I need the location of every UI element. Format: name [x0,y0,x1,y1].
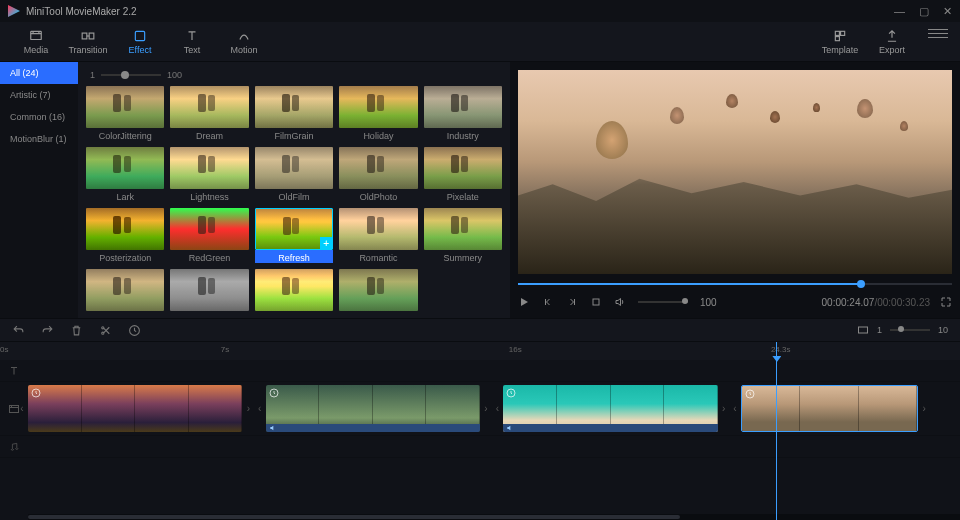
titlebar: MiniTool MovieMaker 2.2 ― ▢ ✕ [0,0,960,22]
effect-oldphoto[interactable]: OldPhoto [339,147,417,202]
maximize-button[interactable]: ▢ [919,5,929,18]
effect-redgreen[interactable]: RedGreen [170,208,248,263]
zoom-min: 1 [877,325,882,335]
svg-point-9 [102,332,104,334]
audio-icon [506,424,514,432]
effect-romantic[interactable]: Romantic [339,208,417,263]
effect-posterization[interactable]: Posterization [86,208,164,263]
speed-indicator-icon [505,387,517,399]
zoom-max: 10 [938,325,948,335]
transition-tab[interactable]: Transition [64,24,112,60]
clip-edge-right[interactable]: › [481,385,491,432]
menu-button[interactable] [928,24,948,44]
preview-video[interactable] [518,70,952,274]
category-artistic[interactable]: Artistic (7) [0,84,78,106]
next-frame-button[interactable] [566,296,578,308]
export-icon [885,29,899,43]
minimize-button[interactable]: ― [894,5,905,18]
play-button[interactable] [518,296,530,308]
clip-edge-right[interactable]: › [243,385,253,432]
category-common[interactable]: Common (16) [0,106,78,128]
speed-indicator-icon [744,388,756,400]
svg-rect-6 [835,36,839,40]
effect-dream[interactable]: Dream [170,86,248,141]
preview-seekbar[interactable] [518,280,952,288]
text-tab[interactable]: Text [168,24,216,60]
add-effect-icon[interactable]: + [320,237,332,249]
thumbnail-size-slider[interactable]: 1 100 [82,68,506,86]
timecode: 00:00:24.07/00:00:30.23 [822,297,930,308]
effect-filmgrain[interactable]: FilmGrain [255,86,333,141]
clip-edge-left[interactable]: ‹ [492,385,502,432]
effect-holiday[interactable]: Holiday [339,86,417,141]
volume-slider[interactable] [638,301,688,303]
audio-icon [269,424,277,432]
delete-button[interactable] [70,324,83,337]
clip-edge-right[interactable]: › [919,385,929,432]
playhead[interactable] [776,342,777,520]
effect-colorjittering[interactable]: ColorJittering [86,86,164,141]
effect-item-17[interactable] [255,269,333,314]
effect-item-16[interactable] [170,269,248,314]
effect-summery[interactable]: Summery [424,208,502,263]
effect-oldfilm[interactable]: OldFilm [255,147,333,202]
effect-icon [133,29,147,43]
svg-rect-5 [841,31,845,35]
volume-icon[interactable] [614,296,626,308]
svg-rect-1 [82,33,87,39]
video-clip-0[interactable] [28,385,242,432]
export-button[interactable]: Export [868,24,916,60]
volume-value: 100 [700,297,717,308]
balloon-decor [596,121,628,159]
speed-indicator-icon [30,387,42,399]
text-track[interactable] [0,360,960,382]
effect-industry[interactable]: Industry [424,86,502,141]
effect-pixelate[interactable]: Pixelate [424,147,502,202]
svg-rect-2 [89,33,94,39]
template-button[interactable]: Template [816,24,864,60]
clip-edge-left[interactable]: ‹ [730,385,740,432]
effect-item-18[interactable] [339,269,417,314]
effect-lark[interactable]: Lark [86,147,164,202]
video-clip-3[interactable] [741,385,918,432]
effect-lightness[interactable]: Lightness [170,147,248,202]
category-motionblur[interactable]: MotionBlur (1) [0,128,78,150]
svg-rect-0 [31,31,42,39]
audio-track[interactable] [0,436,960,458]
timeline-ruler[interactable]: 0s7s16s24.3s30.9s [0,342,960,360]
stop-button[interactable] [590,296,602,308]
effect-item-15[interactable] [86,269,164,314]
undo-button[interactable] [12,324,25,337]
timeline-scrollbar[interactable] [28,514,960,520]
app-logo-icon [8,5,20,17]
fullscreen-button[interactable] [940,296,952,308]
video-clip-2[interactable] [503,385,717,432]
clip-audio-strip [266,424,480,432]
svg-rect-11 [858,327,867,333]
video-clip-1[interactable] [266,385,480,432]
close-button[interactable]: ✕ [943,5,952,18]
edit-toolbar: 1 10 [0,318,960,342]
category-all[interactable]: All (24) [0,62,78,84]
preview-panel: 100 00:00:24.07/00:00:30.23 [510,62,960,318]
clip-edge-left[interactable]: ‹ [255,385,265,432]
prev-frame-button[interactable] [542,296,554,308]
redo-button[interactable] [41,324,54,337]
clip-edge-left[interactable]: ‹ [17,385,27,432]
fit-timeline-icon[interactable] [857,324,869,336]
clip-edge-right[interactable]: › [719,385,729,432]
split-button[interactable] [99,324,112,337]
motion-tab[interactable]: Motion [220,24,268,60]
speed-button[interactable] [128,324,141,337]
svg-rect-3 [135,31,144,40]
effect-refresh[interactable]: +Refresh [255,208,333,263]
media-icon [29,29,43,43]
zoom-slider[interactable] [890,329,930,331]
svg-rect-4 [835,31,839,35]
media-tab[interactable]: Media [12,24,60,60]
video-track[interactable]: ‹›‹›‹›‹› [0,382,960,436]
effect-tab[interactable]: Effect [116,24,164,60]
clip-audio-strip [503,424,717,432]
category-sidebar: All (24)Artistic (7)Common (16)MotionBlu… [0,62,78,318]
text-icon [185,29,199,43]
